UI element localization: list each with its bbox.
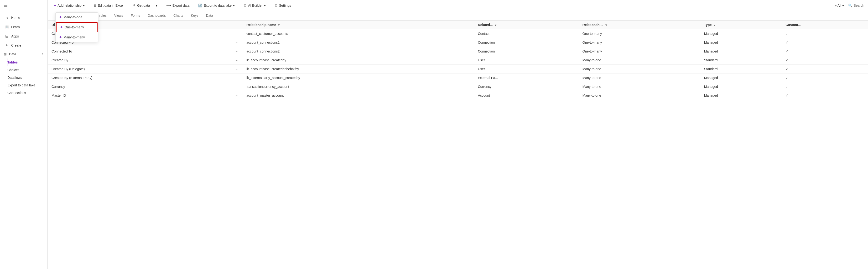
sidebar-item-create[interactable]: + Create (0, 41, 48, 50)
cell-related: External Pa... (474, 73, 579, 82)
settings-button[interactable]: ⚙ Settings (272, 2, 293, 9)
edit-excel-button[interactable]: ⊞ Edit data in Excel (91, 2, 126, 9)
sidebar-item-choices[interactable]: Choices (7, 66, 48, 74)
one-to-many-label: One-to-many (64, 25, 84, 29)
all-filter-chevron-icon: ▾ (842, 4, 844, 7)
tab-data-label: Data (206, 13, 213, 18)
tables-label: Tables (7, 60, 18, 64)
cell-related: User (474, 65, 579, 73)
table-row: Master ID ··· account_master_account Acc… (48, 91, 868, 100)
many-to-one-option[interactable]: + Many-to-one (56, 13, 98, 22)
cell-custom: ✓ (782, 38, 868, 47)
cell-custom: ✓ (782, 82, 868, 91)
col-header-rel-type[interactable]: Relationshi... ∨ (579, 21, 700, 29)
sidebar-item-create-label: Create (11, 43, 21, 47)
ai-builder-icon: ⚙ (244, 4, 247, 7)
cell-custom: ✓ (782, 29, 868, 38)
tab-charts-label: Charts (174, 13, 183, 18)
cell-relationship-type: One-to-many (579, 47, 700, 56)
tab-forms-label: Forms (131, 13, 140, 18)
many-to-one-label: Many-to-one (63, 15, 82, 19)
table-row: Company Name ··· contact_customer_accoun… (48, 29, 868, 38)
cell-dots[interactable]: ··· (231, 56, 243, 65)
cell-display-name: Currency (48, 82, 231, 91)
cell-dots[interactable]: ··· (231, 65, 243, 73)
cell-relationship-name: transactioncurrency_account (243, 82, 474, 91)
ai-builder-button[interactable]: ⚙ AI Builder ▾ (241, 2, 268, 9)
cell-dots[interactable]: ··· (231, 38, 243, 47)
hamburger-menu[interactable]: ☰ (4, 3, 8, 8)
cell-relationship-name: lk_externalparty_account_createdby (243, 73, 474, 82)
sidebar-item-data[interactable]: ⊞ Data ∧ (0, 50, 48, 58)
apps-icon: ⊞ (4, 34, 9, 38)
export-lake-label: Export to data lake (204, 4, 231, 7)
all-filter-button[interactable]: ≡ All ▾ (832, 2, 846, 9)
cell-relationship-name: account_master_account (243, 91, 474, 100)
tab-data[interactable]: Data (202, 11, 217, 20)
table-row: Created By (Delegate) ··· lk_accountbase… (48, 65, 868, 73)
export-lake-chevron-icon: ▾ (233, 4, 235, 7)
export-data-icon: ⟶ (166, 4, 171, 7)
cell-dots[interactable]: ··· (231, 47, 243, 56)
relationships-table-container: Display name ↑ ∨ Relationship name ∨ Rel… (48, 21, 868, 269)
cell-related: User (474, 56, 579, 65)
table-row: Currency ··· transactioncurrency_account… (48, 82, 868, 91)
table-row: Created By (External Party) ··· lk_exter… (48, 73, 868, 82)
many-to-many-option[interactable]: + Many-to-many (56, 33, 98, 42)
cell-type: Managed (700, 91, 782, 100)
tab-views[interactable]: Views (111, 11, 127, 20)
col-header-related[interactable]: Related... ∨ (474, 21, 579, 29)
add-relationship-label: Add relationship (58, 4, 81, 7)
sidebar-item-tables[interactable]: Tables (7, 58, 48, 66)
tab-dashboards[interactable]: Dashboards (144, 11, 170, 20)
get-data-chevron-button[interactable]: ▾ (153, 2, 160, 9)
cell-relationship-name: account_connections1 (243, 38, 474, 47)
sidebar-item-learn[interactable]: 📖 Learn (0, 22, 48, 31)
cell-dots[interactable]: ··· (231, 91, 243, 100)
get-data-button[interactable]: 🗄 Get data (130, 2, 152, 9)
cell-relationship-type: Many-to-one (579, 73, 700, 82)
all-filter-label: All (837, 4, 841, 7)
edit-excel-icon: ⊞ (93, 4, 96, 7)
tab-dashboards-label: Dashboards (148, 13, 166, 18)
sidebar-item-home[interactable]: ⌂ Home (0, 13, 48, 22)
export-lake-button[interactable]: 🔄 Export to data lake ▾ (196, 2, 237, 9)
col-header-type[interactable]: Type ∨ (700, 21, 782, 29)
add-relationship-button[interactable]: + Add relationship ▾ (52, 2, 87, 9)
cell-type: Managed (700, 82, 782, 91)
main-content: + Add relationship ▾ + Many-to-one + One… (48, 0, 868, 269)
export-data-button[interactable]: ⟶ Export data (164, 2, 192, 9)
col-header-custom[interactable]: Custom... (782, 21, 868, 29)
cell-dots[interactable]: ··· (231, 82, 243, 91)
sidebar-item-connections[interactable]: Connections (7, 89, 48, 97)
many-to-many-label: Many-to-many (63, 35, 85, 39)
tab-keys[interactable]: Keys (187, 11, 202, 20)
cell-related: Connection (474, 38, 579, 47)
cell-relationship-type: Many-to-one (579, 91, 700, 100)
home-icon: ⌂ (4, 16, 9, 20)
sidebar-item-export-lake[interactable]: Export to data lake (7, 81, 48, 89)
related-sort: ∨ (495, 24, 497, 27)
table-header-row: Display name ↑ ∨ Relationship name ∨ Rel… (48, 21, 868, 29)
search-icon: 🔍 (848, 4, 852, 7)
sidebar-item-dataflows[interactable]: Dataflows (7, 74, 48, 81)
sidebar-top: ☰ (0, 0, 48, 11)
toolbar-sep-5 (239, 3, 239, 8)
get-data-chevron-icon: ▾ (156, 4, 157, 7)
cell-type: Standard (700, 65, 782, 73)
tab-charts[interactable]: Charts (169, 11, 187, 20)
cell-relationship-name: account_connections2 (243, 47, 474, 56)
toolbar-sep-4 (194, 3, 194, 8)
export-data-label: Export data (173, 4, 190, 7)
cell-display-name: Connected To (48, 47, 231, 56)
tab-forms[interactable]: Forms (127, 11, 144, 20)
edit-excel-label: Edit data in Excel (98, 4, 124, 7)
rel-name-sort: ∨ (278, 24, 280, 27)
sidebar-item-apps[interactable]: ⊞ Apps (0, 31, 48, 41)
cell-dots[interactable]: ··· (231, 73, 243, 82)
one-to-many-option[interactable]: + One-to-many (56, 22, 98, 32)
cell-dots[interactable]: ··· (231, 29, 243, 38)
sidebar-nav: ⌂ Home 📖 Learn ⊞ Apps + Create ⊞ Data ∧ … (0, 11, 48, 98)
col-header-relationship-name[interactable]: Relationship name ∨ (243, 21, 474, 29)
search-button[interactable]: 🔍 Search (848, 4, 864, 7)
